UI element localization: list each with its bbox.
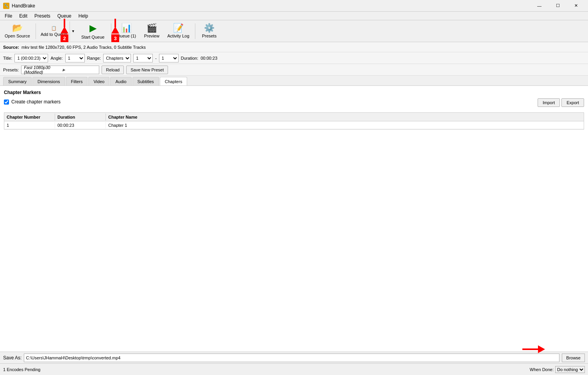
preset-arrow-icon[interactable]: ▶ [60, 68, 99, 72]
toolbar-sep-3 [195, 23, 195, 39]
save-new-preset-button[interactable]: Save New Preset [126, 66, 168, 74]
toolbar: 📂 Open Source 📋 Add to Queue ▼ ▶ Start Q… [0, 20, 588, 42]
activity-queue-icon: 📊 [121, 24, 132, 32]
title-select[interactable]: 1 (00:00:23) [14, 54, 48, 62]
close-button[interactable]: ✕ [567, 0, 585, 12]
status-right: When Done: Do nothing [530, 366, 585, 373]
chapter-number-cell: 1 [4, 122, 55, 128]
presets-label: Presets [202, 34, 216, 38]
add-to-queue-group: 📋 Add to Queue ▼ [38, 21, 77, 41]
presets-row: Presets: Fast 1080p30 (Modified) ▶ Reloa… [0, 64, 588, 76]
content-area: Chapter Markers Create chapter markers I… [0, 86, 588, 375]
add-to-queue-button[interactable]: 📋 Add to Queue [38, 21, 70, 41]
presets-button[interactable]: ⚙️ Presets [198, 21, 221, 41]
title-bar-controls: — ☐ ✕ [531, 0, 585, 12]
app-icon: 🔧 [3, 3, 9, 9]
import-button[interactable]: Import [538, 98, 560, 107]
chapter-name-cell[interactable]: Chapter 1 [106, 122, 584, 128]
preview-icon: 🎬 [147, 24, 157, 32]
toolbar-sep-1 [36, 23, 36, 39]
when-done-select[interactable]: Do nothing [555, 366, 585, 373]
range-end-select[interactable]: 1 [159, 54, 179, 62]
create-chapter-markers-row: Create chapter markers [4, 99, 61, 105]
menu-presets[interactable]: Presets [31, 12, 54, 20]
source-label: Source: [3, 45, 19, 50]
col-header-number: Chapter Number [4, 114, 55, 121]
start-queue-icon: ▶ [89, 23, 97, 34]
tab-dimensions[interactable]: Dimensions [32, 77, 65, 85]
title-bar-left: 🔧 HandBrake [3, 3, 35, 9]
reload-button[interactable]: Reload [102, 66, 124, 74]
add-to-queue-dropdown[interactable]: ▼ [70, 21, 77, 41]
activity-icon-button[interactable]: 📊 Queue (1) [114, 21, 139, 41]
range-type-select[interactable]: Chapters [103, 54, 131, 62]
save-as-bar: Save As: C:\Users\JHammaH\Desktop\trmp\c… [0, 352, 588, 363]
chapter-row[interactable]: 1 00:00:23 Chapter 1 [4, 121, 584, 129]
chapter-duration-cell: 00:00:23 [55, 122, 106, 128]
preview-button[interactable]: 🎬 Preview [140, 21, 163, 41]
range-separator: - [155, 56, 157, 60]
chapter-table: 1 00:00:23 Chapter 1 [4, 121, 584, 130]
tab-subtitles[interactable]: Subtitles [132, 77, 159, 85]
maximize-button[interactable]: ☐ [549, 0, 567, 12]
range-label: Range: [87, 56, 101, 60]
menu-edit[interactable]: Edit [16, 12, 30, 20]
open-source-icon: 📂 [12, 24, 23, 32]
toolbar-sep-2 [111, 23, 111, 39]
col-header-name: Chapter Name [106, 114, 584, 121]
add-to-queue-icon: 📋 [51, 26, 57, 31]
presets-icon: ⚙️ [204, 24, 214, 32]
preset-value: Fast 1080p30 (Modified) [21, 65, 60, 75]
save-as-input[interactable]: C:\Users\JHammaH\Desktop\trmp\converted.… [24, 354, 559, 362]
title-row: Title: 1 (00:00:23) Angle: 1 Range: Chap… [0, 52, 588, 64]
title-bar: 🔧 HandBrake — ☐ ✕ [0, 0, 588, 12]
title-label: Title: [3, 56, 12, 60]
menu-queue[interactable]: Queue [54, 12, 75, 20]
menu-help[interactable]: Help [75, 12, 91, 20]
menu-file[interactable]: File [2, 12, 15, 20]
open-source-button[interactable]: 📂 Open Source [2, 21, 33, 41]
range-start-select[interactable]: 1 [133, 54, 153, 62]
angle-label: Angle: [50, 56, 63, 60]
tab-summary[interactable]: Summary [3, 77, 32, 85]
create-chapter-markers-label[interactable]: Create chapter markers [11, 99, 61, 105]
angle-select[interactable]: 1 [65, 54, 85, 62]
tab-chapters[interactable]: Chapters [160, 77, 188, 85]
browse-button[interactable]: Browse [562, 354, 585, 362]
chapter-table-header: Chapter Number Duration Chapter Name [4, 112, 584, 121]
when-done-label: When Done: [530, 367, 554, 372]
presets-row-label: Presets: [3, 68, 19, 72]
activity-log-button[interactable]: 📝 Activity Log [164, 21, 192, 41]
status-bar: 1 Encodes Pending When Done: Do nothing [0, 363, 588, 375]
duration-label: Duration: [181, 56, 198, 60]
source-bar: Source: mkv test file 1280x720, 60 FPS, … [0, 42, 588, 52]
preview-label: Preview [144, 34, 159, 38]
tab-filters[interactable]: Filters [66, 77, 88, 85]
activity-log-label: Activity Log [167, 34, 189, 38]
minimize-button[interactable]: — [531, 0, 548, 12]
tabs-bar: Summary Dimensions Filters Video Audio S… [0, 76, 588, 86]
activity-log-icon: 📝 [173, 24, 184, 32]
start-queue-button[interactable]: ▶ Start Queue [77, 21, 109, 41]
save-as-label: Save As: [3, 355, 21, 361]
duration-value: 00:00:23 [200, 56, 217, 60]
preset-select-wrap[interactable]: Fast 1080p30 (Modified) ▶ [21, 66, 99, 74]
create-chapter-markers-checkbox[interactable] [4, 100, 9, 105]
chapters-panel: Chapter Markers Create chapter markers I… [0, 86, 588, 352]
tab-video[interactable]: Video [88, 77, 109, 85]
app-window: 🔧 HandBrake — ☐ ✕ File Edit Presets Queu… [0, 0, 588, 375]
menu-bar: File Edit Presets Queue Help [0, 12, 588, 20]
source-value: mkv test file 1280x720, 60 FPS, 2 Audio … [21, 45, 146, 50]
queue-count-label: Queue (1) [117, 34, 136, 38]
import-export-row: Import Export [538, 98, 584, 107]
open-source-label: Open Source [5, 34, 30, 38]
app-title: HandBrake [12, 3, 35, 9]
export-button[interactable]: Export [561, 98, 584, 107]
add-to-queue-label: Add to Queue [41, 32, 67, 37]
chapter-markers-heading: Chapter Markers [4, 90, 584, 95]
col-header-duration: Duration [55, 114, 106, 121]
start-queue-label: Start Queue [81, 35, 104, 39]
status-left: 1 Encodes Pending [3, 367, 40, 372]
tab-audio[interactable]: Audio [110, 77, 131, 85]
